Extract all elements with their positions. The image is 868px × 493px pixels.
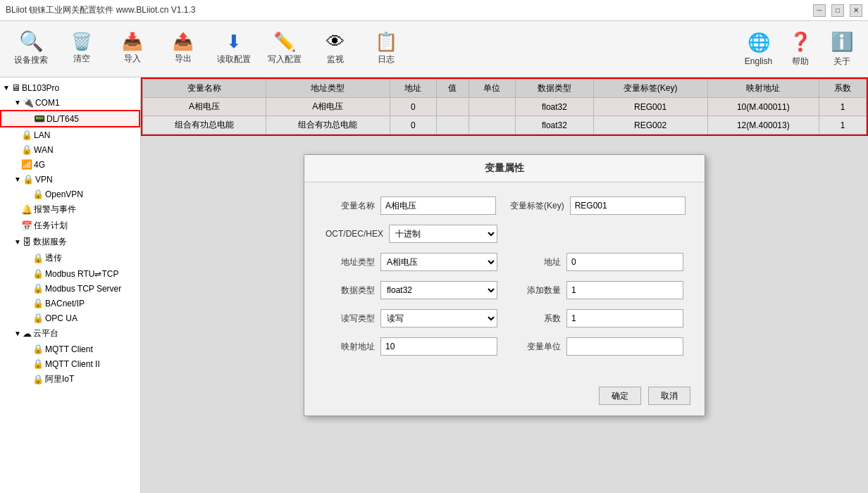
expand-icon[interactable]: ▼ — [3, 84, 10, 92]
form-group-add-count: 添加数量 — [512, 281, 683, 299]
map-addr-input[interactable] — [380, 337, 497, 356]
close-button[interactable]: ✕ — [850, 4, 862, 17]
form-group-coeff: 系数 — [512, 309, 683, 327]
sidebar-item-bacnet-ip[interactable]: ▶🔒BACnet/IP — [0, 296, 140, 311]
key-label: 变量标签(Key) — [510, 200, 564, 212]
tree-node-icon: 🗄 — [23, 237, 32, 247]
form-group-oct: OCT/DEC/HEX 十进制 十六进制 八进制 — [326, 225, 497, 243]
about-button[interactable]: ℹ️ 关于 — [822, 25, 861, 73]
minimize-button[interactable]: ─ — [813, 4, 826, 17]
modal-overlay: 变量属性 变量名称 变量标签(Key) — [141, 77, 868, 493]
expand-icon[interactable]: ▼ — [14, 330, 21, 337]
sidebar-item-openvpn[interactable]: ▶🔒OpenVPN — [0, 187, 140, 201]
tree-node-icon: 🔒 — [32, 358, 44, 369]
tree-node-icon: 🔌 — [23, 97, 34, 108]
form-group-key: 变量标签(Key) — [510, 196, 686, 215]
coeff-input[interactable] — [566, 309, 683, 327]
write-config-button[interactable]: ✏️ 写入配置 — [261, 25, 309, 73]
right-panel: 变量名称 地址类型 地址 值 单位 数据类型 变量标签(Key) 映射地址 系数… — [141, 77, 868, 493]
add-count-input[interactable] — [566, 281, 683, 299]
sidebar-item-modbus-rtu-tcp[interactable]: ▶🔒Modbus RTU⇌TCP — [0, 266, 140, 281]
sidebar-item-opc-ua[interactable]: ▶🔒OPC UA — [0, 311, 140, 325]
tree-node-icon: 🔒 — [21, 130, 32, 140]
tree-node-icon: 🖥 — [11, 82, 20, 93]
title-bar: BLiiot 钡铼工业网关配置软件 www.BLiiot.cn V1.1.3 ─… — [0, 0, 868, 21]
sidebar-item-4g[interactable]: ▶📶4G — [0, 157, 140, 172]
tree-node-icon: 🔒 — [23, 174, 34, 185]
map-addr-label: 映射地址 — [326, 341, 375, 353]
tree-node-icon: 🔒 — [21, 144, 32, 155]
sidebar-item-alarm[interactable]: ▶🔔报警与事件 — [0, 201, 140, 218]
sidebar-item-bl103pro[interactable]: ▼🖥BL103Pro — [0, 80, 140, 95]
english-button[interactable]: 🌐 English — [739, 25, 778, 73]
name-input[interactable] — [380, 196, 496, 215]
import-button[interactable]: 📥 导入 — [108, 25, 156, 73]
tree-node-icon: 🔒 — [32, 189, 44, 199]
sidebar-item-mqtt-client[interactable]: ▶🔒MQTT Client — [0, 342, 140, 356]
sidebar-item-wan[interactable]: ▶🔒WAN — [0, 142, 140, 157]
sidebar-item-label: LAN — [34, 130, 50, 140]
cancel-button[interactable]: 取消 — [648, 387, 690, 405]
monitor-icon: 👁 — [326, 32, 345, 51]
sidebar-item-label: Modbus RTU⇌TCP — [45, 269, 118, 279]
sidebar-item-label: 阿里IoT — [45, 373, 74, 385]
log-icon: 📋 — [375, 32, 397, 51]
read-config-icon: ⬇ — [226, 32, 242, 51]
form-group-unit: 变量单位 — [512, 337, 683, 356]
import-label: 导入 — [124, 53, 141, 65]
oct-dec-hex-select[interactable]: 十进制 十六进制 八进制 — [389, 225, 497, 243]
sidebar-item-label: BACnet/IP — [45, 299, 85, 308]
form-row-6: 映射地址 变量单位 — [326, 337, 683, 356]
tree-node-icon: 🔔 — [21, 204, 32, 215]
maximize-button[interactable]: □ — [831, 4, 844, 17]
sidebar-item-label: DL/T645 — [46, 114, 79, 124]
about-icon: ℹ️ — [831, 31, 853, 53]
sidebar-item-label: OPC UA — [45, 313, 78, 323]
unit-input[interactable] — [566, 337, 683, 356]
sidebar-item-lan[interactable]: ▶🔒LAN — [0, 127, 140, 142]
data-type-select[interactable]: float32 float64 int16 int32 uint16 uint3… — [380, 281, 497, 299]
tree-node-icon: 🔒 — [32, 268, 44, 279]
sidebar-item-mqtt-client2[interactable]: ▶🔒MQTT Client II — [0, 356, 140, 371]
sidebar-item-label: BL103Pro — [22, 83, 59, 93]
form-row-4: 数据类型 float32 float64 int16 int32 uint16 … — [326, 281, 683, 299]
add-count-label: 添加数量 — [512, 285, 561, 297]
sidebar-item-modbus-tcp-server[interactable]: ▶🔒Modbus TCP Server — [0, 281, 140, 296]
sidebar-item-data-service[interactable]: ▼🗄数据服务 — [0, 234, 140, 250]
sidebar-item-label: 任务计划 — [34, 220, 68, 232]
tree-node-icon: 📶 — [21, 159, 32, 170]
log-button[interactable]: 📋 日志 — [362, 25, 410, 73]
export-button[interactable]: 📤 导出 — [159, 25, 207, 73]
sidebar-item-label: WAN — [34, 145, 54, 155]
rw-type-select[interactable]: 读写 只读 只写 — [380, 309, 497, 327]
sidebar-item-task[interactable]: ▶📅任务计划 — [0, 218, 140, 234]
form-group-addr: 地址 — [512, 253, 683, 271]
form-group-name: 变量名称 — [326, 196, 496, 215]
unit-label: 变量单位 — [512, 341, 561, 353]
modal-body: 变量名称 变量标签(Key) OCT/DEC/HEX — [304, 182, 705, 380]
expand-icon[interactable]: ▼ — [14, 175, 21, 183]
sidebar-item-dl-t645[interactable]: ▶📟DL/T645 — [0, 110, 140, 127]
confirm-button[interactable]: 确定 — [599, 387, 641, 405]
expand-icon[interactable]: ▼ — [14, 99, 21, 106]
key-input[interactable] — [570, 196, 686, 215]
app-title: BLiiot 钡铼工业网关配置软件 www.BLiiot.cn V1.1.3 — [6, 4, 195, 16]
device-search-button[interactable]: 🔍 设备搜索 — [7, 25, 55, 73]
clear-button[interactable]: 🗑️ 清空 — [58, 25, 106, 73]
monitor-button[interactable]: 👁 监视 — [311, 25, 359, 73]
sidebar-item-vpn[interactable]: ▼🔒VPN — [0, 172, 140, 187]
read-config-button[interactable]: ⬇ 读取配置 — [210, 25, 258, 73]
tree-node-icon: 🔒 — [32, 298, 44, 308]
about-label: 关于 — [833, 56, 850, 68]
sidebar-item-aliyun-iot[interactable]: ▶🔒阿里IoT — [0, 371, 140, 387]
sidebar-item-com1[interactable]: ▼🔌COM1 — [0, 95, 140, 110]
addr-type-select[interactable]: A相电压 B相电压 C相电压 组合有功总电能 — [380, 253, 497, 271]
data-type-label: 数据类型 — [326, 285, 375, 297]
sidebar-item-cloud[interactable]: ▼☁云平台 — [0, 325, 140, 342]
addr-input[interactable] — [566, 253, 683, 271]
sidebar-item-transparent[interactable]: ▶🔒透传 — [0, 250, 140, 266]
sidebar-item-label: VPN — [35, 175, 53, 185]
expand-icon[interactable]: ▼ — [14, 238, 21, 246]
help-button[interactable]: ❓ 帮助 — [781, 25, 819, 73]
tree-node-icon: 📅 — [21, 220, 32, 231]
